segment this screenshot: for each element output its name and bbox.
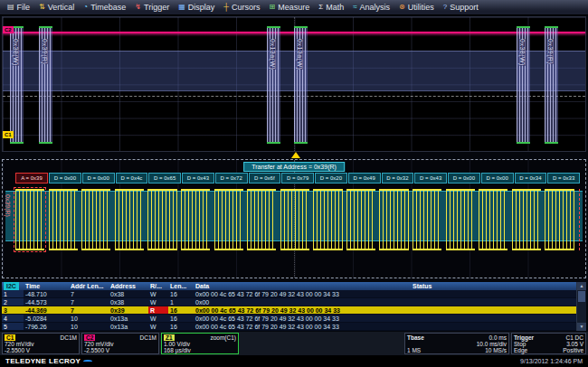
menu-item-support[interactable]: ?Support (439, 2, 483, 13)
menu-item-math[interactable]: ΣMath (314, 2, 348, 13)
waveform-byte-cluster (413, 189, 441, 250)
waveform-byte-cluster (545, 189, 574, 250)
trigger-icon: ↯ (135, 4, 141, 11)
z1-source: zoom(C1) (210, 334, 236, 341)
trigger-mode: Stop (514, 341, 526, 347)
menu-item-vertical[interactable]: ⇅Vertical (34, 2, 79, 13)
stop-condition-line (579, 189, 580, 250)
cell-index: 2 (2, 298, 24, 306)
z1-descriptor[interactable]: Z1zoom(C1) 1.00 V/div 168 µs/div (161, 333, 239, 354)
menu-item-label: Math (326, 3, 344, 12)
decode-data-box: D = 0x43 (182, 173, 214, 184)
tbase-scale: 10.0 ms/div (477, 341, 507, 347)
c1-offset: -2.5500 V (5, 347, 30, 353)
trigger-slope: Positive (563, 347, 583, 353)
cell-data: 0x00 (194, 298, 411, 306)
menu-item-file[interactable]: ▤File (3, 2, 34, 13)
cell-len: 16 (168, 306, 194, 314)
tbase-offset: 0.0 ms (488, 334, 507, 341)
tbase-samples: 1 MS (407, 347, 421, 353)
decode-data-box: D = 0x65 (148, 173, 181, 184)
c2-descriptor[interactable]: C2DC1M 720 mV/div -2.5500 V (81, 333, 159, 354)
menu-item-label: Vertical (48, 3, 75, 12)
menu-item-utilities[interactable]: ⊛Utilities (394, 2, 439, 13)
waveform-byte-cluster (512, 189, 541, 250)
cell-status (411, 298, 576, 306)
menu-item-cursors[interactable]: ┼Cursors (219, 2, 264, 13)
decode-address-box: A = 0x39 (15, 173, 48, 184)
timebase-icon: ◔ (83, 4, 88, 11)
decode-data-box: D = 0x20 (315, 173, 347, 184)
cell-len: 16 (168, 323, 194, 330)
col-rw[interactable]: R/... (148, 282, 168, 290)
c1-channel-marker[interactable]: C1 (3, 131, 14, 138)
c1-descriptor[interactable]: C1DC1M 720 mV/div -2.5500 V (2, 333, 80, 354)
timebase-descriptor[interactable]: Tbase0.0 ms 10.0 ms/div 1 MS10 MS/s (404, 333, 509, 354)
col-data[interactable]: Data (194, 282, 411, 290)
decode-data-box: D = 0x34 (515, 173, 547, 184)
burst-address-label: 0x13a(W) (297, 39, 303, 70)
analysis-icon: ≈ (353, 4, 356, 11)
trigger-label: Trigger (514, 334, 534, 341)
menu-item-timebase[interactable]: ◔Timebase (79, 2, 130, 13)
waveform-byte-cluster (446, 189, 475, 250)
cell-index: 3 (2, 306, 24, 314)
cell-len: 1 (168, 298, 194, 306)
trigger-descriptor[interactable]: TriggerC1 DC Stop3.05 V EdgePositive (511, 333, 586, 354)
file-icon: ▤ (7, 4, 14, 11)
menu-item-trigger[interactable]: ↯Trigger (130, 2, 174, 13)
col-address[interactable]: Address (109, 282, 148, 290)
table-scrollbar[interactable]: ▲ ▼ (576, 282, 586, 331)
decode-table-row[interactable]: 2-44.57370x38W10x00 (2, 298, 576, 306)
i2c-badge[interactable]: I2C (4, 282, 19, 290)
cell-index: 5 (2, 323, 24, 330)
scroll-thumb[interactable] (578, 291, 585, 302)
waveform-byte-cluster (147, 189, 176, 250)
scroll-up-icon[interactable]: ▲ (577, 282, 586, 290)
waveform-byte-cluster (479, 189, 507, 250)
menu-item-label: Utilities (408, 3, 434, 12)
support-icon: ? (443, 4, 447, 11)
cell-addr-len: 7 (69, 298, 109, 306)
decode-data-box: D = 0x33 (547, 173, 580, 184)
decode-data-box: D = 0x79 (281, 173, 314, 184)
utilities-icon: ⊛ (399, 4, 405, 11)
cell-status (411, 290, 576, 297)
col-time[interactable]: Time (24, 282, 69, 290)
trigger-position-marker[interactable] (291, 152, 300, 158)
cell-rw: W (148, 298, 168, 306)
decode-byte-row: A = 0x39D = 0x00D = 0x00D = 0x4cD = 0x65… (15, 173, 580, 184)
col-len[interactable]: Len... (168, 282, 194, 290)
decode-table-row[interactable]: 1-48.71070x38W160x00 00 4c 65 43 72 6f 7… (2, 290, 576, 298)
scroll-down-icon[interactable]: ▼ (577, 323, 586, 331)
burst-address-label: 0x39(R) (42, 39, 48, 64)
cell-addr-len: 7 (69, 290, 109, 297)
vertical-icon: ⇅ (39, 4, 45, 11)
waveform-byte-cluster (379, 189, 408, 250)
menu-item-measure[interactable]: ⊞Measure (264, 2, 314, 13)
cell-status (411, 323, 576, 330)
c1-label: C1 (5, 334, 15, 341)
cell-status (411, 315, 576, 322)
col-status[interactable]: Status (411, 282, 586, 290)
menu-item-analysis[interactable]: ≈Analysis (348, 2, 394, 13)
c1-coupling: DC1M (61, 334, 77, 341)
cell-data: 0x00 00 4c 65 43 72 6f 79 20 49 32 43 00… (194, 323, 411, 330)
waveform-byte-cluster (313, 189, 342, 250)
measure-icon: ⊞ (269, 4, 275, 11)
col-addr-len[interactable]: Addr Len... (69, 282, 109, 290)
zoom-waveform-area: 0x39(R) A = 0x39D = 0x00D = 0x00D = 0x4c… (2, 159, 586, 278)
decode-table-row[interactable]: 4-5.0284100x13aW160x00 00 4c 65 43 72 6f… (2, 315, 576, 323)
menu-item-label: Timebase (90, 3, 126, 12)
menu-item-label: Trigger (144, 3, 169, 12)
tbase-label: Tbase (407, 334, 424, 341)
c2-channel-marker[interactable]: C2 (3, 26, 14, 33)
waveform-byte-cluster (81, 189, 110, 250)
decode-data-box: D = 0x4c (116, 173, 148, 184)
menu-item-display[interactable]: ▦Display (174, 2, 219, 13)
burst-address-label: 0x39(R) (547, 39, 554, 64)
burst-address-label: 0x13a(W) (270, 39, 276, 70)
decode-table-row[interactable]: 3-44.36970x39R160x00 00 4c 65 43 72 6f 7… (2, 306, 576, 315)
decode-table-row[interactable]: 5-796.26100x13aW160x00 00 4c 65 43 72 6f… (2, 323, 576, 331)
cell-data: 0x00 00 4c 65 43 72 6f 79 20 49 32 43 00… (194, 306, 411, 314)
